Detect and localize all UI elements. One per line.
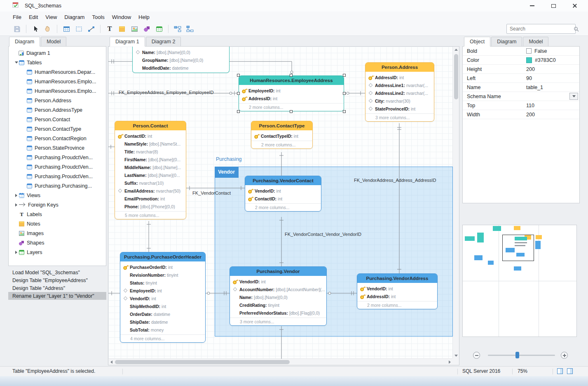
scroll-right-icon[interactable] — [449, 360, 451, 364]
er-table-employeeaddress[interactable]: HumanResources.EmployeeAddress EmployeeI… — [239, 75, 344, 111]
er-field-row[interactable]: OrderDate: datetime — [120, 310, 205, 318]
tab-model[interactable]: Model — [41, 37, 66, 47]
er-table-header[interactable]: HumanResources.EmployeeAddress — [239, 76, 344, 85]
selection-handle[interactable] — [237, 110, 240, 113]
er-field-row[interactable]: ContactID: int — [115, 132, 186, 140]
er-table-header[interactable]: Person.Contact — [115, 121, 186, 130]
horizontal-scroll-thumb[interactable] — [115, 360, 290, 364]
er-field-row[interactable]: VendorID: int — [357, 285, 437, 292]
property-value[interactable]: False — [525, 47, 579, 55]
scroll-up-icon[interactable] — [454, 49, 458, 51]
menu-item[interactable]: View — [42, 12, 61, 22]
er-field-row[interactable]: Title: nvarchar(8) — [115, 148, 186, 155]
vertical-scrollbar[interactable] — [452, 47, 459, 359]
er-field-row[interactable]: Name: [dbo].[Name](0,0) — [133, 48, 229, 56]
tree-item-table[interactable]: HumanResources.Emplo... — [9, 86, 106, 96]
er-field-row[interactable]: PreferredVendorStatus: [dbo].[Flag](0,0) — [230, 309, 326, 317]
tree-item-table[interactable]: Person.ContactRegion — [9, 134, 106, 143]
chevron-right-icon[interactable] — [14, 194, 19, 197]
tree-item-table[interactable]: Person.ContactType — [9, 124, 106, 134]
selection-handle[interactable] — [343, 74, 346, 77]
hand-icon[interactable] — [42, 24, 54, 34]
image-tool-icon[interactable] — [128, 24, 141, 34]
tab-diagram[interactable]: Diagram — [9, 37, 40, 47]
property-value[interactable]: 110 — [525, 101, 579, 110]
er-field-row[interactable]: VendorID: int — [120, 294, 205, 302]
layer-tool-icon[interactable] — [153, 24, 165, 34]
tree-item-table[interactable]: Purchasing.ProudctVen... — [9, 172, 106, 181]
tree-item-table[interactable]: Purchasing.Purchasing... — [9, 181, 106, 191]
menu-item[interactable]: Tools — [88, 12, 108, 22]
tree-item-table[interactable]: Person.AddressType — [9, 105, 106, 115]
history-item[interactable]: Design Table "EmployeeAddress" — [8, 276, 106, 284]
er-field-row[interactable]: AccountNumber: [dbo].[AccountNumber](... — [230, 285, 326, 293]
er-table-header[interactable]: Purchasing.Vendor — [230, 267, 326, 276]
tree-item-table[interactable]: HumanResources.Depar... — [9, 67, 106, 77]
er-field-row[interactable]: MiddleName: [dbo].[Name]... — [115, 163, 186, 171]
er-table-vendor[interactable]: Purchasing.Vendor VendorID: int AccountN… — [230, 266, 327, 326]
shape-tool-icon[interactable] — [141, 24, 153, 34]
dropdown-icon[interactable] — [569, 93, 578, 100]
diagram-canvas[interactable]: Purchasing Vendor FK_Employ — [108, 46, 459, 365]
connector-icon[interactable] — [85, 24, 97, 34]
scroll-left-icon[interactable] — [110, 360, 112, 364]
search-input[interactable] — [510, 26, 574, 32]
tab-diagram-2[interactable]: Diagram 2 — [146, 37, 181, 47]
er-field-row[interactable]: City: nvarchar(30) — [365, 97, 434, 105]
er-field-row[interactable]: AddressLine1: nvarchar(... — [365, 81, 434, 89]
tree-item-views[interactable]: Views — [9, 191, 106, 200]
tree-item-table[interactable]: Purchasing.ProudctVen... — [9, 153, 106, 162]
tree-item-layers[interactable]: Layers — [9, 247, 106, 257]
er-field-row[interactable]: StateProvinceID: int — [365, 105, 434, 113]
scroll-down-icon[interactable] — [454, 355, 458, 357]
er-field-row[interactable]: NameStyle: [dbo].[NameSt... — [115, 140, 186, 148]
fk-label[interactable]: FK_VendorAddress_Address_AddressID — [354, 178, 436, 183]
tree-item-table[interactable]: Person.Contact — [9, 115, 106, 124]
er-table-header[interactable]: Person.Address — [365, 63, 434, 72]
er-table-header[interactable]: Person.ContactType — [251, 121, 312, 130]
cursor-icon[interactable] — [29, 24, 42, 34]
er-field-row[interactable]: AddressID: int — [357, 292, 437, 300]
search-icon[interactable] — [574, 26, 579, 32]
er-field-row[interactable]: EmployeeID: int — [239, 87, 344, 94]
checkbox-icon[interactable] — [526, 48, 532, 54]
er-table-header[interactable]: Purchasing.VendorAddress — [357, 274, 437, 283]
er-table-vendorcontact[interactable]: Purchasing.VendorContact VendorID: int C… — [245, 176, 321, 212]
close-button[interactable] — [564, 0, 586, 12]
text-tool-icon[interactable]: T — [103, 24, 116, 34]
tab-diagram-1[interactable]: Diagram 1 — [110, 37, 145, 47]
er-field-row[interactable]: AddressID: int — [365, 73, 434, 81]
zoom-slider-track[interactable] — [488, 355, 555, 356]
er-field-row[interactable]: EmailAddress: nvarchar(50) — [115, 187, 186, 195]
selection-handle[interactable] — [343, 92, 346, 95]
er-field-row[interactable]: SubTotal: money — [120, 326, 205, 334]
menu-item[interactable]: File — [9, 12, 25, 22]
minimize-button[interactable] — [521, 0, 543, 12]
er-table-header[interactable]: Purchasing.VendorContact — [245, 176, 321, 185]
er-field-row[interactable]: Name: [dbo].[Name](0,0) — [230, 293, 326, 301]
history-item-selected[interactable]: Rename Layer "Layer 1" to "Vendor" — [8, 292, 106, 300]
er-field-row[interactable]: Status: tinyint — [120, 279, 205, 287]
fk-label[interactable]: FK_VendorContact_Vendor_VendorID — [285, 232, 361, 237]
menu-item[interactable]: Edit — [25, 12, 42, 22]
tree-item-table[interactable]: Person.StateProvince — [9, 143, 106, 153]
er-field-row[interactable]: ContactTypeID: int — [251, 132, 312, 140]
tab-model-props[interactable]: Model — [523, 37, 548, 47]
selection-handle[interactable] — [290, 110, 293, 113]
tree-item-shapes[interactable]: Shapes — [9, 238, 106, 247]
er-field-row[interactable]: LastName: [dbo].[Name](0... — [115, 171, 186, 179]
property-value[interactable]: 200 — [525, 65, 579, 73]
note-tool-icon[interactable] — [116, 24, 128, 34]
zoom-out-button[interactable] — [473, 352, 480, 359]
er-field-row[interactable]: CreditRating: tinyint — [230, 301, 326, 309]
er-table-purchaseorderheader[interactable]: Purchasing.PurchaseOrderHeader PurchaseO… — [120, 252, 206, 343]
property-value[interactable] — [525, 92, 579, 101]
new-table-icon[interactable] — [60, 24, 73, 34]
tree-item-labels[interactable]: T Labels — [9, 209, 106, 219]
selection-handle[interactable] — [290, 74, 293, 77]
er-table-header[interactable]: Purchasing.PurchaseOrderHeader — [120, 252, 205, 261]
er-field-row[interactable]: Phone: [dbo].[Phone](0,0) — [115, 202, 186, 210]
vertical-scroll-thumb[interactable] — [454, 54, 458, 99]
maximize-button[interactable] — [543, 0, 564, 12]
auto-layout-icon[interactable] — [171, 24, 184, 34]
